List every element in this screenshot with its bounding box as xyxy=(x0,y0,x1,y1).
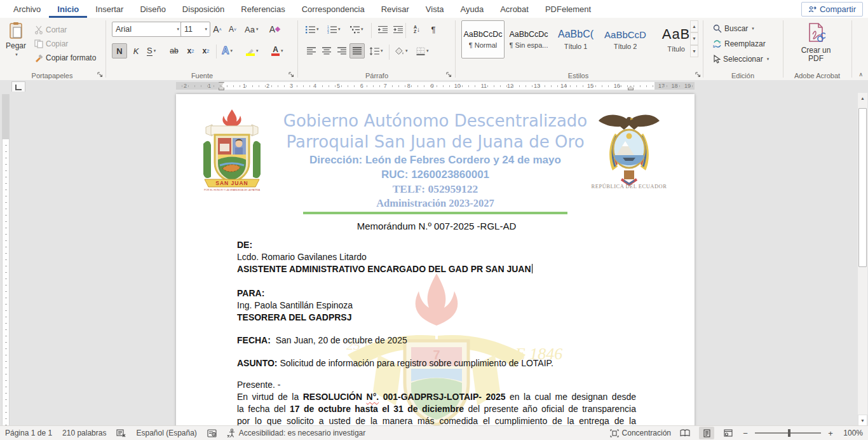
print-layout-button[interactable] xyxy=(699,427,714,439)
font-size-combo[interactable]: 11 ▾ xyxy=(180,22,210,37)
proofing-status[interactable] xyxy=(116,429,126,437)
page-count[interactable]: Página 1 de 1 xyxy=(5,429,52,437)
change-case-button[interactable]: Aa▾ xyxy=(243,22,260,37)
bold-button[interactable]: N xyxy=(112,43,127,58)
san-juan-crest-logo[interactable]: SAN JUAN POR EL HONOR Y LA GRANDEZA DE L… xyxy=(197,108,267,192)
create-pdf-button[interactable]: Crear un PDF xyxy=(793,20,839,72)
font-color-button[interactable]: A ▾ xyxy=(269,43,285,58)
sort-button[interactable]: AZ ↓ xyxy=(409,22,424,37)
zoom-slider[interactable] xyxy=(755,432,821,434)
ribbon-tab[interactable]: Correspondencia xyxy=(294,0,373,18)
ribbon-tab[interactable]: Insertar xyxy=(87,0,132,18)
style-card[interactable]: AaBbCcDc ¶ Sin espa... xyxy=(507,20,550,58)
ribbon-tab[interactable]: Acrobat xyxy=(492,0,537,18)
clipboard-dialog-launcher[interactable] xyxy=(96,71,104,78)
scroll-up-button[interactable]: ▲ xyxy=(858,93,867,103)
format-painter-label: Copiar formato xyxy=(46,53,96,62)
numbering-button[interactable]: 123▾ xyxy=(325,22,342,37)
zoom-level[interactable]: 100% xyxy=(840,429,863,437)
styles-dialog-launcher[interactable] xyxy=(694,71,702,78)
scrollbar-thumb[interactable] xyxy=(858,108,867,267)
format-painter-button[interactable]: Copiar formato xyxy=(33,51,97,64)
style-card[interactable]: AaBbCcDc ¶ Normal xyxy=(461,20,505,58)
ribbon-tab[interactable]: Archivo xyxy=(5,0,49,18)
highlight-button[interactable]: ▾ xyxy=(244,43,261,58)
grow-font-button[interactable]: A˄ xyxy=(210,22,225,37)
letterhead[interactable]: Gobierno Autónomo Descentralizado Parroq… xyxy=(259,111,612,214)
zoom-out-button[interactable]: − xyxy=(742,429,749,438)
accessibility-status[interactable]: Accesibilidad: es necesario investigar xyxy=(227,429,365,437)
justify-button[interactable] xyxy=(349,43,365,58)
web-layout-button[interactable] xyxy=(721,427,736,439)
copy-button[interactable]: Copiar xyxy=(33,37,69,50)
ribbon-tab[interactable]: Diseño xyxy=(132,0,173,18)
memo-line[interactable]: Ing. Paola Santillán Espinoza xyxy=(237,299,636,312)
memo-line[interactable]: ASISTENTE ADMINISTRATIVO ENCARGADO DEL G… xyxy=(237,263,636,275)
memo-line[interactable]: TESORERA DEL GADPRSJ xyxy=(237,312,636,324)
style-card[interactable]: AaBbCcD Título 2 xyxy=(601,20,649,58)
memo-line[interactable]: por lo que solicito a usted de la manera… xyxy=(237,415,636,426)
shading-button[interactable]: ▾ xyxy=(393,43,410,58)
paste-button[interactable]: Pegar ▾ xyxy=(4,19,28,74)
styles-more-button[interactable]: ▼ xyxy=(690,45,698,57)
zoom-slider-thumb[interactable] xyxy=(788,429,790,437)
borders-button[interactable]: ▾ xyxy=(414,43,431,58)
memo-line[interactable]: PARA: xyxy=(237,287,636,299)
strikethrough-button[interactable]: ab xyxy=(166,43,182,58)
memo-title[interactable]: Memorándum N.º 007-2025 -RGL-AD xyxy=(237,221,636,231)
memo-line[interactable]: En virtud de la RESOLUCIÓN N°. 001-GADPR… xyxy=(237,391,636,403)
align-center-button[interactable] xyxy=(319,43,334,58)
replace-button[interactable]: bc Reemplazar xyxy=(712,37,767,50)
multilevel-list-button[interactable]: ▾ xyxy=(348,22,365,37)
memo-line[interactable]: Presente. - xyxy=(237,379,636,391)
styles-scroll-down[interactable]: ▼ xyxy=(690,32,698,45)
memo-line[interactable]: FECHA: San Juan, 20 de octubre de 2025 xyxy=(237,334,636,347)
styles-scroll-up[interactable]: ▲ xyxy=(690,20,698,32)
superscript-button[interactable]: x2 xyxy=(198,43,214,58)
italic-button[interactable]: K xyxy=(128,43,144,58)
font-family-combo[interactable]: Arial ▾ xyxy=(112,22,182,37)
vertical-scrollbar[interactable]: ▲ ▼ xyxy=(858,93,867,426)
style-card[interactable]: AaBbC( Título 1 xyxy=(553,20,599,58)
document-page[interactable]: DE 1846 25 DE 7 xyxy=(176,94,695,426)
language-status[interactable]: Español (España) xyxy=(136,429,196,437)
align-right-button[interactable] xyxy=(334,43,349,58)
read-mode-button[interactable] xyxy=(677,427,693,439)
ribbon-tab[interactable]: Vista xyxy=(417,0,452,18)
font-dialog-launcher[interactable] xyxy=(287,71,295,78)
underline-button[interactable]: S▾ xyxy=(145,43,158,58)
subscript-button[interactable]: x2 xyxy=(183,43,198,58)
pilcrow-button[interactable]: ¶ xyxy=(426,22,441,37)
memo-line[interactable]: la fecha del 17 de octubre hasta el 31 d… xyxy=(237,403,636,415)
line-spacing-button[interactable]: ▾ xyxy=(367,43,385,58)
focus-mode-button[interactable]: Concentración xyxy=(610,429,671,437)
text-predictions-status[interactable] xyxy=(207,429,217,437)
style-label: Título 1 xyxy=(564,43,588,50)
ribbon-tab[interactable]: Inicio xyxy=(49,0,87,18)
scroll-down-button[interactable]: ▼ xyxy=(858,415,867,426)
select-button[interactable]: Seleccionar▾ xyxy=(712,52,770,65)
collapse-ribbon-button[interactable]: ∧ xyxy=(858,71,863,78)
ribbon-tab[interactable]: Referencias xyxy=(233,0,293,18)
cut-button[interactable]: Cortar xyxy=(33,23,68,36)
memo-line[interactable]: ASUNTO: Solicitud de información para re… xyxy=(237,357,636,369)
align-left-button[interactable] xyxy=(304,43,319,58)
bullets-button[interactable]: ▾ xyxy=(304,22,321,37)
zoom-in-button[interactable]: + xyxy=(827,429,834,438)
pdf-icon xyxy=(806,23,825,45)
ribbon-tab[interactable]: Ayuda xyxy=(452,0,492,18)
word-count[interactable]: 210 palabras xyxy=(62,429,106,437)
ribbon-tab[interactable]: Revisar xyxy=(373,0,417,18)
increase-indent-button[interactable] xyxy=(390,22,405,37)
memo-line[interactable]: Lcdo. Romario Gavilanes Litardo xyxy=(237,251,636,263)
ribbon-tab[interactable]: PDFelement xyxy=(537,0,599,18)
ribbon-tab[interactable]: Disposición xyxy=(174,0,233,18)
share-button[interactable]: Compartir xyxy=(801,2,863,17)
decrease-indent-button[interactable] xyxy=(375,22,390,37)
memo-line[interactable]: DE: xyxy=(237,239,636,251)
shrink-font-button[interactable]: A˅ xyxy=(225,22,240,37)
find-button[interactable]: Buscar▾ xyxy=(712,22,756,35)
clear-formatting-button[interactable]: A xyxy=(267,22,282,37)
paragraph-dialog-launcher[interactable] xyxy=(445,71,452,78)
text-effects-button[interactable]: A▾ xyxy=(220,43,234,58)
